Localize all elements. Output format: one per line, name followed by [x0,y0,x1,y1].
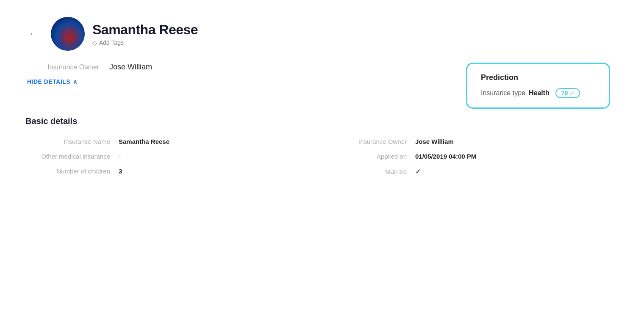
person-name: Samantha Reese [92,22,198,38]
prediction-type-label: Insurance type [481,89,525,97]
prediction-score: 70 [561,90,568,96]
avatar [51,17,85,51]
hide-details-button[interactable]: HIDE DETAILS ∧ [27,78,152,85]
prediction-card: Prediction Insurance type Health 70 ↗ [466,63,610,109]
basic-details-grid: Insurance Name Samantha Reese Other medi… [25,138,619,176]
add-tags-label: Add Tags [99,39,124,46]
prediction-arrow-icon: ↗ [569,90,574,96]
insurance-owner-detail-label: Insurance Owner [322,138,407,145]
insurance-owner-value: Jose William [109,63,152,72]
detail-children: Number of children 3 [25,168,322,175]
prediction-row: Insurance type Health 70 ↗ [481,88,595,98]
chevron-up-icon: ∧ [73,78,78,85]
prediction-title: Prediction [481,73,595,82]
back-button[interactable]: ← [25,27,42,41]
meta-left: Insurance Owner Jose William HIDE DETAIL… [27,63,152,97]
children-value: 3 [119,168,122,175]
applied-on-value: 01/05/2019 04:00 PM [415,153,476,160]
header: ← Samantha Reese ◇ Add Tags [25,17,619,51]
basic-details-title: Basic details [25,116,619,126]
meta-row: Insurance Owner Jose William HIDE DETAIL… [25,63,619,109]
hide-details-label: HIDE DETAILS [27,78,70,85]
back-arrow-icon: ← [29,28,38,39]
children-label: Number of children [25,168,110,175]
header-text: Samantha Reese ◇ Add Tags [92,22,198,46]
insurance-name-label: Insurance Name [25,138,110,145]
detail-insurance-name: Insurance Name Samantha Reese [25,138,322,145]
details-left-col: Insurance Name Samantha Reese Other medi… [25,138,322,176]
insurance-owner-label: Insurance Owner [27,63,99,71]
detail-married: Married ✓ [322,168,619,176]
insurance-owner-detail-value: Jose William [415,138,454,145]
tag-icon: ◇ [92,39,97,46]
married-label: Married [322,168,407,175]
applied-on-label: Applied on [322,153,407,160]
insurance-name-value: Samantha Reese [119,138,169,145]
other-insurance-label: Other medical insurance [25,153,110,160]
page: ← Samantha Reese ◇ Add Tags Insurance Ow… [0,0,644,330]
details-right-col: Insurance Owner Jose William Applied on … [322,138,619,176]
prediction-type-value: Health [529,89,550,97]
detail-other-insurance: Other medical insurance - [25,153,322,160]
detail-insurance-owner: Insurance Owner Jose William [322,138,619,145]
avatar-image [51,17,85,51]
add-tags-button[interactable]: ◇ Add Tags [92,39,198,46]
detail-applied-on: Applied on 01/05/2019 04:00 PM [322,153,619,160]
married-checkmark: ✓ [415,168,421,176]
other-insurance-value: - [119,153,121,160]
prediction-badge: 70 ↗ [555,88,580,98]
insurance-owner-row: Insurance Owner Jose William [27,63,152,72]
